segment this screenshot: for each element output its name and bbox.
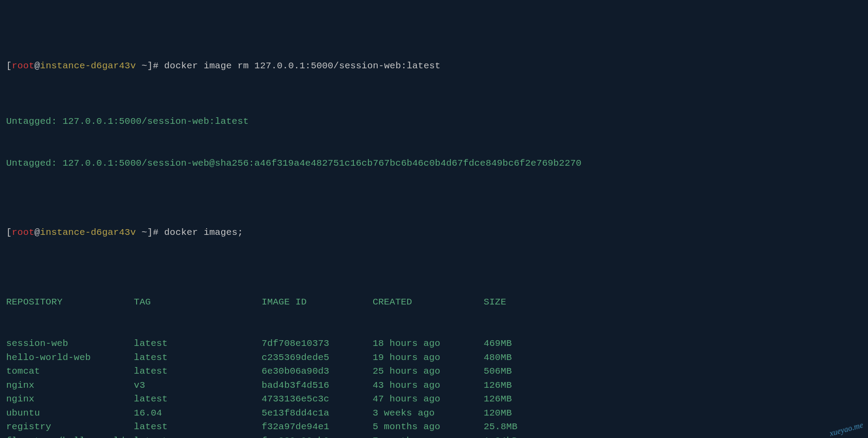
cell-repository: tomcat bbox=[6, 364, 134, 379]
cell-image-id: bad4b3f4d516 bbox=[262, 379, 373, 393]
prompt-line: [root@instance-d6gar43v ~]# docker image… bbox=[6, 226, 862, 240]
images-header: REPOSITORYTAGIMAGE IDCREATEDSIZE bbox=[6, 295, 862, 309]
table-row: nginxlatest4733136e5c3c47 hours ago126MB bbox=[6, 392, 862, 406]
cell-repository: nginx bbox=[6, 392, 134, 406]
cell-tag: latest bbox=[134, 351, 262, 365]
prompt-open: [ bbox=[6, 61, 12, 71]
cell-size: 120MB bbox=[484, 406, 539, 420]
cell-repository: ubuntu bbox=[6, 406, 134, 420]
cell-tag: 16.04 bbox=[134, 406, 262, 420]
table-row: session-weblatest7df708e1037318 hours ag… bbox=[6, 337, 862, 351]
col-repository: REPOSITORY bbox=[6, 295, 134, 309]
cell-size: 480MB bbox=[484, 351, 539, 365]
cell-tag: latest bbox=[134, 337, 262, 351]
col-size: SIZE bbox=[484, 295, 539, 309]
cell-size: 1.84kB bbox=[484, 434, 539, 438]
cell-image-id: f32a97de94e1 bbox=[262, 420, 373, 434]
table-row: registrylatestf32a97de94e15 months ago25… bbox=[6, 420, 862, 434]
cell-size: 126MB bbox=[484, 379, 539, 393]
table-row: flowstone/hello-worldlatestfce289e99eb97… bbox=[6, 434, 862, 438]
col-image-id: IMAGE ID bbox=[262, 295, 373, 309]
cell-size: 469MB bbox=[484, 337, 539, 351]
table-row: nginxv3bad4b3f4d51643 hours ago126MB bbox=[6, 379, 862, 393]
output-line: Untagged: 127.0.0.1:5000/session-web@sha… bbox=[6, 156, 862, 171]
cell-created: 18 hours ago bbox=[373, 337, 484, 351]
cell-size: 126MB bbox=[484, 392, 539, 406]
cell-created: 25 hours ago bbox=[373, 364, 484, 379]
cell-created: 5 months ago bbox=[373, 420, 484, 434]
table-row: ubuntu16.045e13f8dd4c1a3 weeks ago120MB bbox=[6, 406, 862, 420]
cell-repository: registry bbox=[6, 420, 134, 434]
cell-tag: latest bbox=[134, 434, 262, 438]
cell-repository: flowstone/hello-world bbox=[6, 434, 134, 438]
cell-repository: session-web bbox=[6, 337, 134, 351]
cell-created: 47 hours ago bbox=[373, 392, 484, 406]
prompt-close: ]# bbox=[147, 61, 159, 71]
terminal[interactable]: [root@instance-d6gar43v ~]# docker image… bbox=[0, 0, 868, 438]
cell-image-id: 6e30b06a90d3 bbox=[262, 364, 373, 379]
cell-repository: hello-world-web bbox=[6, 351, 134, 365]
cell-tag: latest bbox=[134, 420, 262, 434]
cell-tag: latest bbox=[134, 392, 262, 406]
prompt-host: instance-d6gar43v bbox=[40, 61, 136, 71]
cell-size: 506MB bbox=[484, 364, 539, 379]
output-line: Untagged: 127.0.0.1:5000/session-web:lat… bbox=[6, 115, 862, 129]
col-created: CREATED bbox=[373, 295, 484, 309]
cell-created: 3 weeks ago bbox=[373, 406, 484, 420]
table-row: hello-world-weblatestc235369dede519 hour… bbox=[6, 351, 862, 365]
prompt-line: [root@instance-d6gar43v ~]# docker image… bbox=[6, 59, 862, 73]
command-images: docker images; bbox=[164, 227, 243, 238]
col-tag: TAG bbox=[134, 295, 262, 309]
cell-created: 43 hours ago bbox=[373, 379, 484, 393]
command-rm: docker image rm 127.0.0.1:5000/session-w… bbox=[164, 61, 441, 71]
cell-image-id: 5e13f8dd4c1a bbox=[262, 406, 373, 420]
cell-size: 25.8MB bbox=[484, 420, 539, 434]
cell-tag: latest bbox=[134, 364, 262, 379]
cell-image-id: 4733136e5c3c bbox=[262, 392, 373, 406]
cell-image-id: 7df708e10373 bbox=[262, 337, 373, 351]
table-row: tomcatlatest6e30b06a90d325 hours ago506M… bbox=[6, 364, 862, 379]
cell-created: 7 months ago bbox=[373, 434, 484, 438]
prompt-at: @ bbox=[34, 61, 40, 71]
cell-image-id: c235369dede5 bbox=[262, 351, 373, 365]
prompt-user: root bbox=[12, 61, 34, 71]
cell-created: 19 hours ago bbox=[373, 351, 484, 365]
cell-tag: v3 bbox=[134, 379, 262, 393]
cell-repository: nginx bbox=[6, 379, 134, 393]
cell-image-id: fce289e99eb9 bbox=[262, 434, 373, 438]
prompt-path: ~ bbox=[141, 61, 147, 71]
